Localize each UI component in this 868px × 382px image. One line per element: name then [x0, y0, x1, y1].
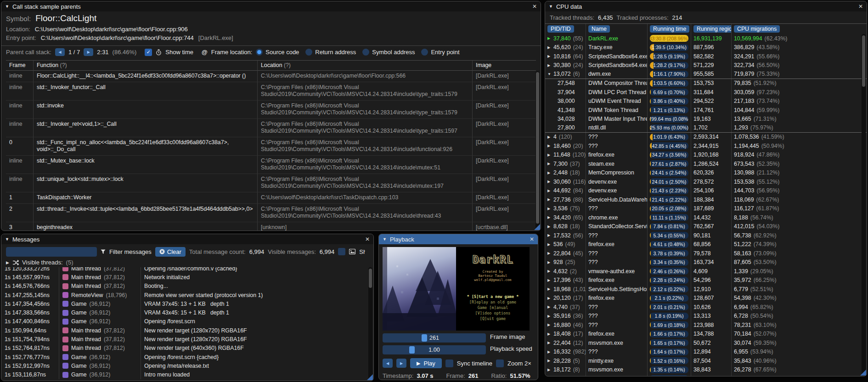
cpu-row[interactable]: ▶28,228(5)mintty.exe1.52 s (0.16%)87,504…: [545, 356, 867, 365]
zoom-2x-checkbox[interactable]: [496, 360, 504, 367]
playback-speed-slider[interactable]: 1.00: [383, 345, 486, 354]
collapse-icon[interactable]: ▼: [5, 4, 9, 9]
callstack-frame-row[interactable]: 3beginthreadex[unknown][ucrtbase.dll]: [6, 222, 536, 231]
play-button[interactable]: ▶ Play: [410, 358, 442, 368]
message-row[interactable]: 1s 120,333,272nsMain thread(37,812)Openi…: [1, 267, 373, 273]
column-header-function[interactable]: Function (?): [34, 61, 258, 71]
scrollbar-thumb[interactable]: [536, 72, 539, 224]
expand-arrow-icon[interactable]: ▶: [547, 54, 553, 58]
cpu-row[interactable]: ▶30,060(116)devenv.exe24.01 s (2.50%)278…: [545, 177, 867, 186]
cpu-row[interactable]: ▶16,880(46)???1.69 s (0.18%)123,98878,23…: [545, 320, 867, 330]
cpu-row[interactable]: ▶4(120)???1:01.9 (6.43%)2,593,3141,078,5…: [545, 133, 867, 142]
cpu-row[interactable]: ▶7,300(37)steam.exe27.61 s (2.87%)1,286,…: [545, 159, 867, 169]
resize-grip[interactable]: [534, 224, 540, 230]
message-row[interactable]: 1s 145,557,997nsMain thread(37,812)Netwo…: [1, 273, 373, 281]
cpu-row[interactable]: ▶16,332(982)???1.64 s (0.17%)12,8946,955…: [545, 348, 867, 357]
column-header-cpu-migrations[interactable]: CPU migrations: [734, 25, 780, 33]
slider-handle[interactable]: [422, 334, 427, 342]
frame-location-radio-source-code[interactable]: Source code: [256, 49, 299, 56]
scrollbar-thumb[interactable]: [369, 269, 372, 288]
callstack-frame-row[interactable]: inlinestd::invokeC:\Program Files (x86)\…: [6, 101, 536, 119]
frame-location-radio-return-address[interactable]: Return address: [305, 49, 356, 56]
cpu-row[interactable]: ▶27,736(88)ServiceHub.DataWarehouseHost.…: [545, 195, 867, 204]
callstack-frame-row[interactable]: 2std::thread::_Invoke<std::tuple<<lambda…: [6, 204, 536, 222]
frame-location-radio-symbol-address[interactable]: Symbol address: [362, 49, 415, 56]
cpu-row[interactable]: ▶34,420(65)chrome.exe11.11 s (1.15%)14,4…: [545, 213, 867, 222]
cpu-scrollbar[interactable]: [862, 34, 866, 376]
next-callstack-button[interactable]: ▶: [84, 48, 93, 56]
expand-arrow-icon[interactable]: ▶: [547, 287, 553, 291]
collapse-icon[interactable]: ▼: [549, 4, 553, 9]
message-row[interactable]: 1s 152,776,777nsGame(36,912)Opening /for…: [1, 353, 373, 361]
expand-arrow-icon[interactable]: ▶: [547, 233, 553, 237]
column-header-pid-tid[interactable]: PID/TID: [547, 25, 574, 33]
callstack-frame-row[interactable]: inlinestd::unique_lock<std::mutex>::lock…: [6, 174, 536, 192]
cpu-row[interactable]: 38,000uDWM Event Thread3.86 s (0.40%)294…: [545, 97, 867, 106]
callstack-frame-row[interactable]: inlinestd::_Mutex_base::lockC:\Program F…: [6, 156, 536, 174]
resize-grip[interactable]: [367, 374, 373, 380]
callstack-frame-row[interactable]: 1TaskDispatch::WorkerC:\Users\wolf\Deskt…: [6, 192, 536, 204]
prev-callstack-button[interactable]: ◀: [55, 48, 65, 56]
cpu-row[interactable]: ▶536(49)firefox.exe4.61 s (0.48%)68,8565…: [545, 240, 867, 249]
expand-arrow-icon[interactable]: ▶: [547, 359, 553, 363]
column-header-frame[interactable]: Frame: [6, 61, 34, 71]
frame-image-slider[interactable]: 261: [383, 333, 486, 343]
close-icon[interactable]: ✕: [532, 3, 537, 10]
message-row[interactable]: 1s 152,764,817nsMain thread(37,812)New r…: [1, 344, 373, 353]
expand-arrow-icon[interactable]: ▶: [547, 215, 553, 219]
collapse-icon[interactable]: ▼: [383, 237, 387, 242]
cpu-row[interactable]: ▶10,816(64)ScriptedSandbox64.exe1:28.5 (…: [545, 52, 867, 61]
cpu-row[interactable]: 41,348DWM Token Thread1.21 s (0.13%)174,…: [545, 106, 867, 115]
expand-arrow-icon[interactable]: ▶: [547, 251, 553, 255]
expand-arrow-icon[interactable]: ▶: [547, 153, 553, 157]
message-row[interactable]: 1s 153,116,87nsGame(36,912)Intro menu lo…: [1, 371, 373, 379]
expand-arrow-icon[interactable]: ▶: [547, 180, 553, 184]
expand-arrow-icon[interactable]: ▶: [547, 260, 553, 264]
expand-arrow-icon[interactable]: ▶: [547, 368, 553, 372]
next-frame-button[interactable]: ▶: [396, 359, 406, 368]
close-icon[interactable]: ✕: [858, 3, 863, 10]
expand-arrow-icon[interactable]: ▶: [547, 350, 553, 354]
cpu-row[interactable]: 27,800ntdll.dll25.93 ms (0.00%)1,7021,29…: [545, 124, 867, 133]
cpu-row[interactable]: ▶2,448(18)MemCompression24.41 s (2.54%)6…: [545, 169, 867, 178]
expand-arrow-icon[interactable]: ▶: [547, 36, 553, 40]
close-icon[interactable]: ✕: [530, 236, 534, 242]
cpu-row[interactable]: ▶44,692(84)devenv.exe21.43 s (2.23%)254,…: [545, 186, 867, 196]
expand-arrow-icon[interactable]: ▶: [547, 197, 553, 202]
expand-arrow-icon[interactable]: ▶: [547, 45, 553, 50]
cpu-row[interactable]: ▶37,840(55)DarkRL.exe33:30.8 (208.96%)16…: [545, 34, 867, 43]
prev-frame-button[interactable]: ◀: [383, 359, 393, 368]
cpu-row[interactable]: ▶11,648(120)firefox.exe34.27 s (3.56%)1,…: [545, 151, 867, 160]
expand-arrow-icon[interactable]: ▶: [547, 242, 553, 247]
message-row[interactable]: 1s 147,400,846nsGame(36,912)Opening /for…: [1, 317, 373, 326]
expand-arrow-icon[interactable]: ▶: [547, 135, 553, 139]
message-row[interactable]: 1s 146,576,766nsMain thread(37,812)Booti…: [1, 282, 373, 291]
collapse-arrow-icon[interactable]: ▼: [547, 72, 553, 76]
cpu-row[interactable]: ▶18,460(20)???42.85 s (4.45%)2,344,9151,…: [545, 141, 867, 151]
expand-arrow-icon[interactable]: ▶: [547, 144, 553, 148]
cpu-row[interactable]: 34,028DWM Master Input Thread799.64 ms (…: [545, 115, 867, 124]
callstack-frame-row[interactable]: inlinestd::_Invoker_functor::_CallC:\Pro…: [6, 82, 536, 101]
message-row[interactable]: 1s 147,383,566nsGame(36,912)VRAM 43x45: …: [1, 308, 373, 317]
filter-input[interactable]: [6, 247, 97, 257]
cpu-row[interactable]: 27,548DWM Compositor Thread1:03.5 (6.60%…: [545, 79, 867, 88]
cpu-row[interactable]: ▼13,072(6)dwm.exe1:16.1 (7.90%)955,58571…: [545, 70, 867, 79]
expand-arrow-icon[interactable]: ▶: [547, 305, 553, 309]
message-row[interactable]: 1s 147,354,456nsGame(36,912)VRAM 37x45: …: [1, 299, 373, 308]
scrollbar-thumb[interactable]: [862, 35, 865, 87]
cpu-row[interactable]: ▶8,628(18)StandardCollector.Service.exe7…: [545, 222, 867, 231]
cpu-row[interactable]: ▶4,632(2)vmware-authd.exe2.46 s (0.26%)4…: [545, 267, 867, 276]
cpu-row[interactable]: ▶18,408(17)firefox.exe1.66 s (0.17%)134,…: [545, 330, 867, 339]
cpu-row[interactable]: ▶3,536(75)???20.05 s (2.08%)187,689116,1…: [545, 204, 867, 213]
expand-arrow-icon[interactable]: ▶: [547, 207, 553, 211]
cpu-row[interactable]: ▶18,968(1,018)ServiceHub.SettingsHost.ex…: [545, 285, 867, 294]
expand-arrow-icon[interactable]: ▶: [547, 171, 553, 175]
message-row[interactable]: 1s 147,255,145nsRemoteView(18,796)Remote…: [1, 291, 373, 299]
sync-timeline-checkbox[interactable]: [445, 360, 453, 367]
expand-arrow-icon[interactable]: ▶: [547, 269, 553, 273]
expand-arrow-icon[interactable]: ▶: [547, 296, 553, 300]
expand-arrow-icon[interactable]: ▶: [547, 189, 553, 193]
callstack-frame-row[interactable]: inlinestd::_Invoker_ret<void,1>::_CallC:…: [6, 119, 536, 137]
cpu-row[interactable]: ▶17,396(43)firefox.exe2.28 s (0.24%)54,2…: [545, 276, 867, 285]
expand-arrow-icon[interactable]: ▶: [547, 323, 553, 327]
